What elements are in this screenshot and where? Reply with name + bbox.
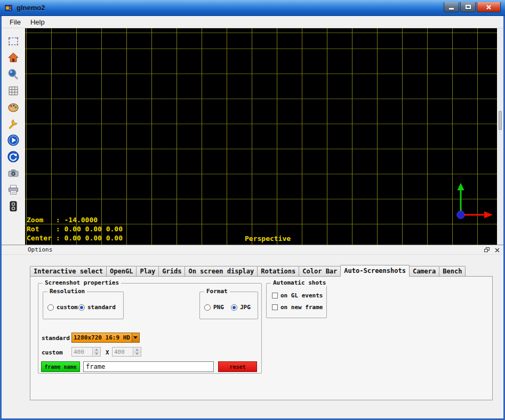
spin-up-icon	[95, 349, 98, 351]
zoom-icon	[7, 68, 20, 80]
client-area: File Help	[0, 16, 505, 420]
menu-help[interactable]: Help	[26, 17, 50, 27]
spin-up-icon	[135, 349, 139, 351]
dock-close-icon	[495, 248, 500, 253]
selection-tool-button[interactable]	[6, 33, 21, 49]
tab-grids[interactable]: Grids	[158, 266, 185, 276]
checkbox-on-gl-events-label: on GL events	[280, 292, 323, 299]
spin-down-icon	[135, 353, 139, 355]
custom-width-input[interactable]	[72, 348, 92, 356]
screenshot-button[interactable]	[6, 165, 21, 181]
home-view-button[interactable]	[6, 49, 21, 66]
radio-png-label: PNG	[213, 304, 224, 311]
dock-float-button[interactable]	[484, 247, 491, 253]
auto-screenshots-page: Screenshot properties Resolution custom …	[30, 276, 493, 400]
tab-auto-screenshots[interactable]: Auto-Screenshots	[340, 265, 410, 277]
format-group: Format PNG JPG	[199, 292, 258, 319]
frame-name-button[interactable]: frame name	[41, 361, 80, 372]
window-controls	[444, 2, 501, 12]
dock-title: Options	[28, 246, 52, 253]
custom-width-spinbox[interactable]	[71, 347, 101, 357]
maximize-icon	[466, 5, 471, 9]
titlebar[interactable]: glnemo2	[0, 0, 505, 16]
overlay-zoom: Zoom : -14.0000	[27, 215, 123, 224]
tab-rotations[interactable]: Rotations	[257, 266, 299, 276]
grid-toggle-button[interactable]	[6, 82, 21, 99]
wrench-icon	[7, 117, 20, 130]
camera-icon	[7, 167, 20, 180]
resolution-group-title: Resolution	[47, 288, 87, 295]
print-button[interactable]	[6, 181, 21, 198]
spin-down-button[interactable]	[133, 352, 141, 357]
combo-dropdown-button[interactable]	[132, 333, 139, 342]
dock-titlebar[interactable]: Options	[2, 245, 503, 255]
radio-standard-icon	[78, 304, 85, 311]
reload-button[interactable]	[6, 148, 21, 165]
custom-height-spin-buttons	[133, 348, 141, 356]
splitter-handle[interactable]	[499, 111, 502, 130]
minimize-button[interactable]	[444, 2, 459, 12]
spin-up-button[interactable]	[133, 348, 141, 352]
play-button[interactable]	[6, 132, 21, 148]
automatic-shots-title: Automatic shots	[271, 279, 328, 286]
spin-down-button[interactable]	[93, 352, 100, 357]
radio-standard[interactable]: standard	[78, 304, 116, 311]
tab-play[interactable]: Play	[136, 266, 159, 276]
radio-png[interactable]: PNG	[204, 304, 224, 311]
screenshot-properties-title: Screenshot properties	[43, 279, 121, 286]
tab-color-bar[interactable]: Color Bar	[299, 266, 341, 276]
app-window: glnemo2 File Help	[0, 0, 505, 420]
film-icon	[7, 200, 20, 213]
tab-opengl[interactable]: OpenGL	[106, 266, 137, 276]
x-separator-label: X	[106, 349, 109, 356]
checkbox-on-new-frame-label: on new frame	[280, 304, 323, 311]
custom-height-input[interactable]	[113, 348, 133, 356]
radio-jpg-icon	[231, 304, 237, 311]
automatic-shots-group: Automatic shots on GL events on new fram…	[266, 283, 327, 318]
reset-button[interactable]: reset	[218, 361, 257, 372]
checkbox-on-gl-events[interactable]: on GL events	[272, 292, 323, 299]
dock-controls	[484, 247, 501, 253]
gl-viewport[interactable]: Zoom : -14.0000 Rot : 0.00 0.00 0.00 Cen…	[25, 28, 497, 245]
overlay-center: Center : 0.00 0.00 0.00	[27, 233, 123, 243]
tab-interactive-select[interactable]: Interactive select	[30, 266, 107, 276]
screenshot-properties-group: Screenshot properties Resolution custom …	[38, 283, 262, 374]
radio-jpg-label: JPG	[240, 304, 251, 311]
left-toolbar	[2, 28, 25, 245]
minimize-icon	[449, 8, 454, 10]
close-button[interactable]	[477, 2, 501, 12]
standard-label: standard	[42, 335, 70, 342]
app-icon	[4, 3, 14, 13]
frame-name-input[interactable]	[83, 361, 214, 372]
custom-height-spinbox[interactable]	[112, 347, 141, 357]
chevron-down-icon	[133, 336, 138, 339]
options-tool-button[interactable]	[6, 115, 21, 132]
viewport-overlay: Zoom : -14.0000 Rot : 0.00 0.00 0.00 Cen…	[27, 215, 123, 243]
standard-resolution-combo[interactable]: 1280x720 16:9 HD	[71, 333, 140, 343]
radio-standard-label: standard	[87, 304, 116, 311]
dock-close-button[interactable]	[494, 247, 501, 253]
radio-custom[interactable]: custom	[47, 304, 78, 311]
main-area: Zoom : -14.0000 Rot : 0.00 0.00 0.00 Cen…	[2, 28, 503, 245]
grid-icon	[7, 84, 20, 97]
axis-gizmo-icon	[453, 182, 495, 220]
record-movie-button[interactable]	[6, 198, 21, 214]
checkbox-on-gl-events-icon	[272, 293, 278, 298]
tab-on-screen-display[interactable]: On screen display	[185, 266, 258, 276]
format-group-title: Format	[204, 288, 230, 295]
palette-button[interactable]	[6, 99, 21, 115]
radio-png-icon	[204, 304, 211, 311]
reload-icon	[7, 150, 20, 163]
checkbox-on-new-frame[interactable]: on new frame	[272, 304, 323, 311]
resolution-group: Resolution custom standard	[43, 292, 124, 319]
zoom-tool-button[interactable]	[6, 66, 21, 82]
close-icon	[486, 4, 492, 10]
tab-bench[interactable]: Bench	[439, 266, 466, 276]
menu-file[interactable]: File	[5, 17, 26, 27]
play-icon	[7, 134, 20, 147]
maximize-button[interactable]	[460, 2, 476, 12]
tab-camera[interactable]: Camera	[409, 266, 439, 276]
radio-jpg[interactable]: JPG	[231, 304, 251, 311]
spin-up-button[interactable]	[93, 348, 100, 352]
dock-body: Interactive select OpenGL Play Grids On …	[2, 255, 503, 418]
